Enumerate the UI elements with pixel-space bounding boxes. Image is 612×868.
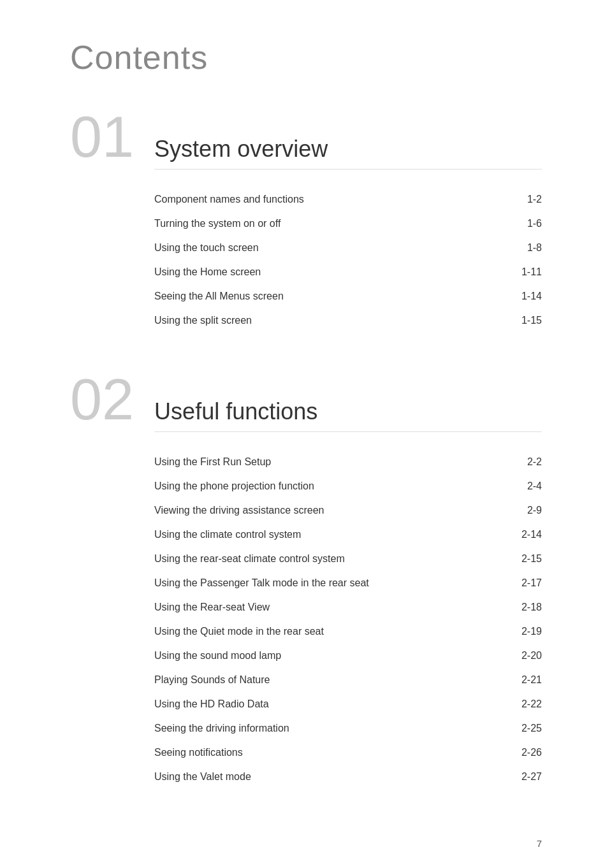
- toc-item-page: 1-8: [510, 242, 542, 254]
- toc-item-label: Playing Sounds of Nature: [154, 674, 270, 686]
- toc-item: Using the sound mood lamp2-20: [154, 644, 542, 668]
- chapter-number-02: 02: [70, 371, 134, 428]
- toc-item-page: 2-19: [510, 626, 542, 637]
- toc-item: Using the Passenger Talk mode in the rea…: [154, 571, 542, 595]
- toc-item-label: Using the Quiet mode in the rear seat: [154, 626, 324, 637]
- toc-item-page: 2-4: [510, 481, 542, 492]
- toc-item-label: Using the Valet mode: [154, 771, 251, 783]
- toc-item: Using the climate control system2-14: [154, 523, 542, 547]
- toc-item-page: 1-2: [510, 194, 542, 205]
- toc-item-page: 2-21: [510, 674, 542, 686]
- page-container: Contents 01System overviewComponent name…: [0, 0, 612, 865]
- toc-item-label: Using the Passenger Talk mode in the rea…: [154, 577, 369, 589]
- chapter-header-02: 02Useful functions: [70, 371, 542, 432]
- toc-item: Using the HD Radio Data2-22: [154, 692, 542, 716]
- toc-item: Using the rear-seat climate control syst…: [154, 547, 542, 571]
- chapter-header-01: 01System overview: [70, 108, 542, 170]
- toc-item-page: 1-6: [510, 218, 542, 229]
- page-number: 7: [537, 838, 542, 849]
- toc-item-page: 2-20: [510, 650, 542, 662]
- toc-item: Using the phone projection function2-4: [154, 474, 542, 498]
- toc-item-page: 1-11: [510, 266, 542, 278]
- toc-item: Playing Sounds of Nature2-21: [154, 668, 542, 692]
- toc-item: Using the Quiet mode in the rear seat2-1…: [154, 619, 542, 644]
- toc-item-label: Using the rear-seat climate control syst…: [154, 553, 345, 565]
- toc-item-page: 2-2: [510, 456, 542, 468]
- toc-item-label: Seeing the All Menus screen: [154, 291, 284, 302]
- toc-item-label: Seeing notifications: [154, 747, 243, 758]
- toc-item: Turning the system on or off1-6: [154, 212, 542, 236]
- toc-item: Seeing notifications2-26: [154, 741, 542, 765]
- toc-item-page: 2-15: [510, 553, 542, 565]
- toc-item-label: Using the climate control system: [154, 529, 301, 540]
- toc-item-page: 2-26: [510, 747, 542, 758]
- toc-item: Using the Rear-seat View2-18: [154, 595, 542, 619]
- chapters-container: 01System overviewComponent names and fun…: [70, 108, 542, 789]
- toc-item: Seeing the All Menus screen1-14: [154, 284, 542, 308]
- toc-item-label: Using the Rear-seat View: [154, 602, 270, 613]
- toc-list-02: Using the First Run Setup2-2Using the ph…: [154, 450, 542, 789]
- toc-item: Component names and functions1-2: [154, 187, 542, 212]
- chapter-title-01: System overview: [154, 123, 542, 170]
- chapter-02: 02Useful functionsUsing the First Run Se…: [70, 371, 542, 789]
- toc-item-page: 2-14: [510, 529, 542, 540]
- toc-item-page: 2-25: [510, 723, 542, 734]
- toc-item-label: Component names and functions: [154, 194, 304, 205]
- toc-item: Using the touch screen1-8: [154, 236, 542, 260]
- chapter-number-01: 01: [70, 108, 134, 166]
- toc-item-page: 2-17: [510, 577, 542, 589]
- toc-item-label: Using the Home screen: [154, 266, 261, 278]
- toc-item: Using the Home screen1-11: [154, 260, 542, 284]
- chapter-01: 01System overviewComponent names and fun…: [70, 108, 542, 333]
- toc-item-label: Using the phone projection function: [154, 481, 314, 492]
- toc-item-label: Using the sound mood lamp: [154, 650, 281, 662]
- toc-item-label: Using the HD Radio Data: [154, 698, 269, 710]
- toc-item: Using the First Run Setup2-2: [154, 450, 542, 474]
- toc-item-label: Using the touch screen: [154, 242, 259, 254]
- toc-item-page: 2-22: [510, 698, 542, 710]
- toc-item-label: Viewing the driving assistance screen: [154, 505, 324, 516]
- toc-item-label: Using the split screen: [154, 315, 252, 326]
- toc-item: Using the split screen1-15: [154, 308, 542, 333]
- toc-item-label: Turning the system on or off: [154, 218, 280, 229]
- toc-list-01: Component names and functions1-2Turning …: [154, 187, 542, 333]
- chapter-title-02: Useful functions: [154, 386, 542, 432]
- toc-item-label: Using the First Run Setup: [154, 456, 271, 468]
- toc-item-page: 2-18: [510, 602, 542, 613]
- toc-item-page: 2-9: [510, 505, 542, 516]
- toc-item: Viewing the driving assistance screen2-9: [154, 498, 542, 523]
- toc-item: Seeing the driving information2-25: [154, 716, 542, 741]
- toc-item: Using the Valet mode2-27: [154, 765, 542, 789]
- toc-item-page: 1-15: [510, 315, 542, 326]
- page-title: Contents: [70, 38, 542, 76]
- toc-item-page: 1-14: [510, 291, 542, 302]
- toc-item-page: 2-27: [510, 771, 542, 783]
- toc-item-label: Seeing the driving information: [154, 723, 289, 734]
